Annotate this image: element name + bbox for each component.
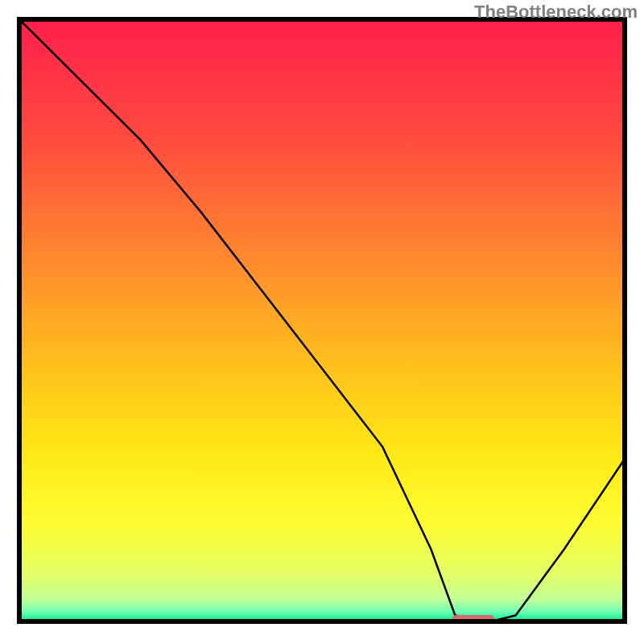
chart-container: TheBottleneck.com (0, 0, 644, 644)
bottleneck-chart (0, 0, 644, 644)
watermark-label: TheBottleneck.com (474, 2, 638, 23)
